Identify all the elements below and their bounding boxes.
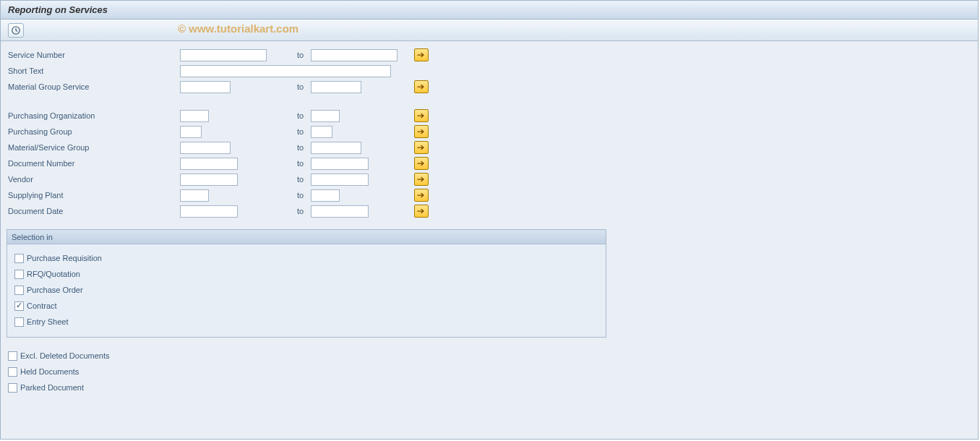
screen: Reporting on Services © www.tutorialkart… (0, 0, 979, 440)
serviceNumber-to-input[interactable] (311, 49, 397, 61)
matServGroup-row: Material/Service Group to (7, 140, 978, 155)
vendor-to-label: to (281, 175, 311, 184)
bottom-check-0-checkbox[interactable] (8, 351, 17, 361)
vendor-multiple-selection-button[interactable] (414, 173, 429, 186)
bottom-check-1-checkbox[interactable] (8, 367, 17, 377)
docDate-multiple-selection-button[interactable] (414, 205, 429, 218)
selection-in-2-label: Purchase Order (27, 286, 83, 294)
bottom-check-0-label: Excl. Deleted Documents (20, 351, 110, 360)
purchOrg-to-label: to (281, 111, 311, 120)
selection-in-0-label: Purchase Requisition (27, 254, 102, 262)
matServGroup-to-label: to (281, 143, 311, 152)
supplyPlant-label: Supplying Plant (7, 191, 180, 200)
serviceNumber-from-input[interactable] (180, 49, 267, 61)
selection-in-1-row: RFQ/Quotation (14, 266, 601, 282)
selection-in-4-checkbox[interactable] (14, 317, 24, 327)
docNumber-row: Document Number to (7, 155, 978, 171)
purchGroup-label: Purchasing Group (7, 127, 180, 136)
selection-in-1-label: RFQ/Quotation (27, 270, 80, 278)
selection-in-group: Selection in Purchase Requisition RFQ/Qu… (7, 229, 606, 338)
docDate-label: Document Date (7, 207, 180, 215)
docNumber-label: Document Number (7, 159, 180, 168)
selection-in-3-checkbox[interactable] (14, 301, 24, 311)
clock-execute-icon (11, 25, 21, 35)
selection-in-2-row: Purchase Order (14, 282, 601, 298)
docDate-from-input[interactable] (180, 205, 238, 218)
materialGroupService-label: Material Group Service (7, 82, 180, 91)
serviceNumber-to-label: to (281, 51, 311, 59)
purchOrg-from-input[interactable] (180, 110, 209, 122)
bottom-check-2-checkbox[interactable] (8, 383, 17, 393)
selection-in-0-checkbox[interactable] (14, 254, 24, 263)
selection-in-2-checkbox[interactable] (14, 286, 24, 295)
matServGroup-multiple-selection-button[interactable] (414, 141, 429, 154)
arrow-right-icon (417, 176, 426, 183)
purchOrg-to-input[interactable] (311, 110, 340, 122)
purchGroup-multiple-selection-button[interactable] (414, 125, 429, 138)
supplyPlant-from-input[interactable] (180, 189, 209, 202)
shortText-label: Short Text (7, 67, 180, 75)
vendor-label: Vendor (7, 175, 180, 184)
bottom-check-1-label: Held Documents (20, 367, 79, 376)
vendor-row: Vendor to (7, 171, 978, 187)
purchOrg-row: Purchasing Organization to (7, 108, 978, 124)
page-title: Reporting on Services (8, 4, 108, 15)
arrow-right-icon (417, 144, 426, 151)
arrow-right-icon (417, 160, 426, 167)
arrow-right-icon (417, 83, 426, 90)
serviceNumber-multiple-selection-button[interactable] (414, 48, 429, 61)
title-bar: Reporting on Services (1, 1, 978, 20)
materialGroupService-multiple-selection-button[interactable] (414, 80, 429, 93)
purchGroup-to-input[interactable] (311, 126, 332, 138)
materialGroupService-row: Material Group Service to (7, 79, 978, 95)
arrow-right-icon (417, 112, 426, 119)
purchOrg-multiple-selection-button[interactable] (414, 109, 429, 122)
docNumber-to-label: to (281, 159, 311, 168)
bottom-check-2-label: Parked Document (20, 383, 84, 392)
shortText-row: Short Text (7, 63, 978, 79)
serviceNumber-row: Service Number to (7, 47, 978, 63)
materialGroupService-from-input[interactable] (180, 81, 231, 93)
matServGroup-label: Material/Service Group (7, 143, 180, 152)
shortText-from-input[interactable] (180, 65, 391, 77)
materialGroupService-to-input[interactable] (311, 81, 361, 93)
supplyPlant-to-label: to (281, 191, 311, 200)
groupbox-title: Selection in (7, 230, 606, 244)
purchGroup-row: Purchasing Group to (7, 124, 978, 140)
docNumber-multiple-selection-button[interactable] (414, 157, 429, 170)
serviceNumber-label: Service Number (7, 51, 180, 59)
selection-in-0-row: Purchase Requisition (14, 250, 601, 266)
supplyPlant-to-input[interactable] (311, 189, 340, 202)
watermark: © www.tutorialkart.com (178, 22, 298, 35)
execute-button[interactable] (8, 23, 24, 38)
arrow-right-icon (417, 192, 426, 199)
supplyPlant-row: Supplying Plant to (7, 187, 978, 203)
bottom-check-2-row: Parked Document (8, 380, 978, 395)
docDate-to-input[interactable] (311, 205, 369, 218)
purchGroup-to-label: to (281, 127, 311, 136)
materialGroupService-to-label: to (281, 82, 311, 91)
matServGroup-from-input[interactable] (180, 142, 231, 154)
arrow-right-icon (417, 128, 426, 135)
purchGroup-from-input[interactable] (180, 126, 202, 138)
arrow-right-icon (417, 51, 426, 59)
docNumber-to-input[interactable] (311, 158, 369, 170)
vendor-to-input[interactable] (311, 174, 369, 186)
supplyPlant-multiple-selection-button[interactable] (414, 189, 429, 202)
selection-in-1-checkbox[interactable] (14, 270, 24, 279)
purchOrg-label: Purchasing Organization (7, 111, 180, 120)
docNumber-from-input[interactable] (180, 158, 238, 170)
toolbar: © www.tutorialkart.com (1, 20, 978, 41)
arrow-right-icon (417, 207, 426, 215)
selection-in-4-label: Entry Sheet (27, 317, 68, 326)
selection-in-3-label: Contract (27, 301, 57, 310)
selection-in-3-row: Contract (14, 298, 601, 314)
selection-screen: Service Number to Short Text Material Gr… (1, 41, 978, 395)
matServGroup-to-input[interactable] (311, 142, 361, 154)
bottom-check-0-row: Excl. Deleted Documents (8, 348, 978, 364)
docDate-to-label: to (281, 207, 311, 215)
vendor-from-input[interactable] (180, 174, 238, 186)
bottom-check-1-row: Held Documents (8, 364, 978, 380)
docDate-row: Document Date to (7, 203, 978, 219)
selection-in-4-row: Entry Sheet (14, 314, 601, 330)
